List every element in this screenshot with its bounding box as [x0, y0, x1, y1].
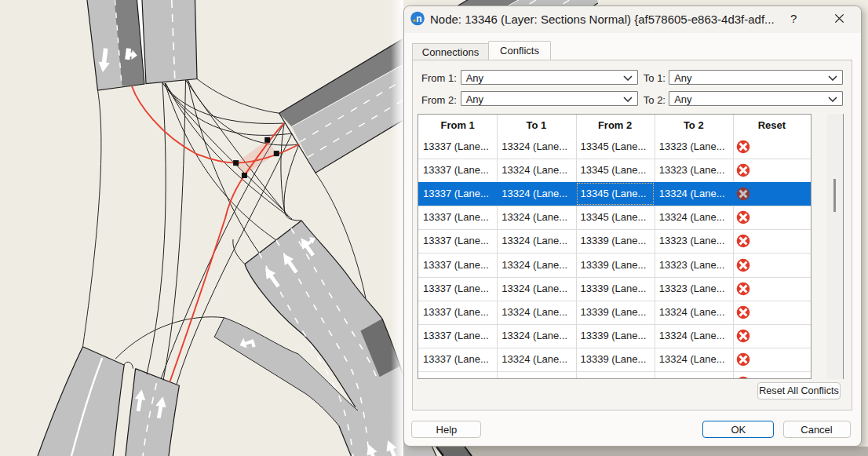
- svg-text:n: n: [416, 13, 421, 24]
